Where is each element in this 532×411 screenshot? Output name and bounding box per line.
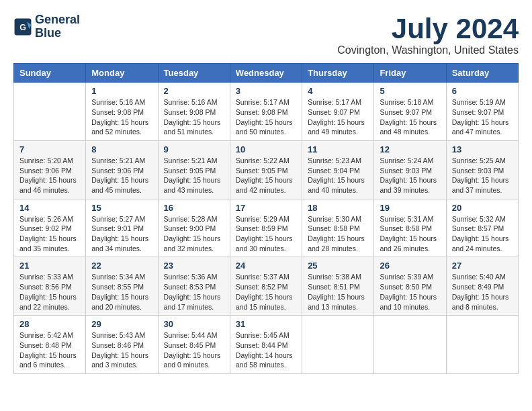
calendar-cell: 10Sunrise: 5:22 AM Sunset: 9:05 PM Dayli… [230,140,302,199]
day-number: 26 [380,261,440,271]
calendar-cell: 1Sunrise: 5:16 AM Sunset: 9:08 PM Daylig… [86,83,158,141]
day-info: Sunrise: 5:38 AM Sunset: 8:51 PM Dayligh… [308,272,368,312]
calendar-cell: 30Sunrise: 5:44 AM Sunset: 8:45 PM Dayli… [158,316,230,374]
calendar-cell: 19Sunrise: 5:31 AM Sunset: 8:58 PM Dayli… [374,199,446,257]
day-number: 21 [19,261,80,271]
day-number: 27 [452,261,513,271]
day-number: 11 [308,144,368,154]
day-info: Sunrise: 5:37 AM Sunset: 8:52 PM Dayligh… [236,272,296,312]
day-number: 2 [164,86,224,96]
day-info: Sunrise: 5:17 AM Sunset: 9:08 PM Dayligh… [236,97,296,137]
day-info: Sunrise: 5:16 AM Sunset: 9:08 PM Dayligh… [91,97,152,137]
day-info: Sunrise: 5:17 AM Sunset: 9:07 PM Dayligh… [308,97,368,137]
day-info: Sunrise: 5:21 AM Sunset: 9:05 PM Dayligh… [164,156,224,195]
calendar-cell: 28Sunrise: 5:42 AM Sunset: 8:48 PM Dayli… [14,316,86,374]
day-number: 5 [380,86,440,96]
logo-icon: G [13,17,32,36]
day-number: 17 [236,203,296,213]
calendar-cell: 17Sunrise: 5:29 AM Sunset: 8:59 PM Dayli… [230,199,302,257]
day-info: Sunrise: 5:28 AM Sunset: 9:00 PM Dayligh… [164,214,224,254]
calendar-cell: 20Sunrise: 5:32 AM Sunset: 8:57 PM Dayli… [446,199,518,257]
day-number: 15 [91,203,152,213]
day-info: Sunrise: 5:18 AM Sunset: 9:07 PM Dayligh… [380,97,440,137]
calendar-cell: 5Sunrise: 5:18 AM Sunset: 9:07 PM Daylig… [374,83,446,141]
week-row-4: 21Sunrise: 5:33 AM Sunset: 8:56 PM Dayli… [14,257,519,316]
day-info: Sunrise: 5:23 AM Sunset: 9:04 PM Dayligh… [308,156,368,195]
logo-text: General Blue [35,13,80,40]
day-number: 1 [91,86,152,96]
day-number: 10 [236,144,296,154]
day-info: Sunrise: 5:30 AM Sunset: 8:58 PM Dayligh… [308,214,368,254]
calendar-cell: 31Sunrise: 5:45 AM Sunset: 8:44 PM Dayli… [230,316,302,374]
calendar-cell: 3Sunrise: 5:17 AM Sunset: 9:08 PM Daylig… [230,83,302,141]
calendar-cell: 7Sunrise: 5:20 AM Sunset: 9:06 PM Daylig… [14,140,86,199]
day-number: 19 [380,203,440,213]
day-number: 30 [164,319,224,329]
day-info: Sunrise: 5:36 AM Sunset: 8:53 PM Dayligh… [164,272,224,312]
day-info: Sunrise: 5:40 AM Sunset: 8:49 PM Dayligh… [452,272,513,312]
day-number: 18 [308,203,368,213]
day-info: Sunrise: 5:24 AM Sunset: 9:03 PM Dayligh… [380,156,440,195]
title-area: July 2024 Covington, Washington, United … [337,13,519,56]
main-title: July 2024 [337,13,519,44]
day-info: Sunrise: 5:44 AM Sunset: 8:45 PM Dayligh… [164,330,224,370]
day-number: 9 [164,144,224,154]
day-info: Sunrise: 5:45 AM Sunset: 8:44 PM Dayligh… [236,330,296,370]
calendar-cell: 12Sunrise: 5:24 AM Sunset: 9:03 PM Dayli… [374,140,446,199]
calendar-cell: 21Sunrise: 5:33 AM Sunset: 8:56 PM Dayli… [14,257,86,316]
weekday-header-tuesday: Tuesday [158,64,230,83]
weekday-header-row: SundayMondayTuesdayWednesdayThursdayFrid… [14,64,519,83]
day-number: 20 [452,203,513,213]
day-number: 8 [91,144,152,154]
calendar-cell [302,316,374,374]
calendar-cell: 24Sunrise: 5:37 AM Sunset: 8:52 PM Dayli… [230,257,302,316]
weekday-header-thursday: Thursday [302,64,374,83]
day-info: Sunrise: 5:26 AM Sunset: 9:02 PM Dayligh… [19,214,80,254]
day-info: Sunrise: 5:19 AM Sunset: 9:07 PM Dayligh… [452,97,513,137]
week-row-1: 1Sunrise: 5:16 AM Sunset: 9:08 PM Daylig… [14,83,519,141]
day-info: Sunrise: 5:25 AM Sunset: 9:03 PM Dayligh… [452,156,513,195]
calendar-cell: 13Sunrise: 5:25 AM Sunset: 9:03 PM Dayli… [446,140,518,199]
logo: G General Blue [13,13,80,40]
header: G General Blue July 2024 Covington, Wash… [13,13,519,56]
calendar-cell: 15Sunrise: 5:27 AM Sunset: 9:01 PM Dayli… [86,199,158,257]
calendar-cell: 23Sunrise: 5:36 AM Sunset: 8:53 PM Dayli… [158,257,230,316]
day-number: 29 [91,319,152,329]
day-info: Sunrise: 5:21 AM Sunset: 9:06 PM Dayligh… [91,156,152,195]
day-info: Sunrise: 5:22 AM Sunset: 9:05 PM Dayligh… [236,156,296,195]
day-number: 22 [91,261,152,271]
day-number: 4 [308,86,368,96]
calendar-cell: 16Sunrise: 5:28 AM Sunset: 9:00 PM Dayli… [158,199,230,257]
calendar-cell: 27Sunrise: 5:40 AM Sunset: 8:49 PM Dayli… [446,257,518,316]
day-number: 6 [452,86,513,96]
day-info: Sunrise: 5:33 AM Sunset: 8:56 PM Dayligh… [19,272,80,312]
weekday-header-friday: Friday [374,64,446,83]
calendar-cell: 14Sunrise: 5:26 AM Sunset: 9:02 PM Dayli… [14,199,86,257]
day-number: 28 [19,319,80,329]
calendar-cell: 6Sunrise: 5:19 AM Sunset: 9:07 PM Daylig… [446,83,518,141]
calendar-cell: 11Sunrise: 5:23 AM Sunset: 9:04 PM Dayli… [302,140,374,199]
calendar-cell [446,316,518,374]
day-number: 13 [452,144,513,154]
calendar-table: SundayMondayTuesdayWednesdayThursdayFrid… [13,63,519,374]
calendar-cell: 9Sunrise: 5:21 AM Sunset: 9:05 PM Daylig… [158,140,230,199]
calendar-cell [14,83,86,141]
day-number: 7 [19,144,80,154]
calendar-cell: 8Sunrise: 5:21 AM Sunset: 9:06 PM Daylig… [86,140,158,199]
calendar-cell: 18Sunrise: 5:30 AM Sunset: 8:58 PM Dayli… [302,199,374,257]
day-info: Sunrise: 5:31 AM Sunset: 8:58 PM Dayligh… [380,214,440,254]
day-info: Sunrise: 5:39 AM Sunset: 8:50 PM Dayligh… [380,272,440,312]
day-number: 16 [164,203,224,213]
svg-text:G: G [19,22,26,32]
weekday-header-sunday: Sunday [14,64,86,83]
calendar-cell: 25Sunrise: 5:38 AM Sunset: 8:51 PM Dayli… [302,257,374,316]
week-row-3: 14Sunrise: 5:26 AM Sunset: 9:02 PM Dayli… [14,199,519,257]
weekday-header-saturday: Saturday [446,64,518,83]
day-info: Sunrise: 5:27 AM Sunset: 9:01 PM Dayligh… [91,214,152,254]
day-number: 12 [380,144,440,154]
day-number: 23 [164,261,224,271]
weekday-header-wednesday: Wednesday [230,64,302,83]
day-number: 24 [236,261,296,271]
calendar-cell: 26Sunrise: 5:39 AM Sunset: 8:50 PM Dayli… [374,257,446,316]
week-row-5: 28Sunrise: 5:42 AM Sunset: 8:48 PM Dayli… [14,316,519,374]
